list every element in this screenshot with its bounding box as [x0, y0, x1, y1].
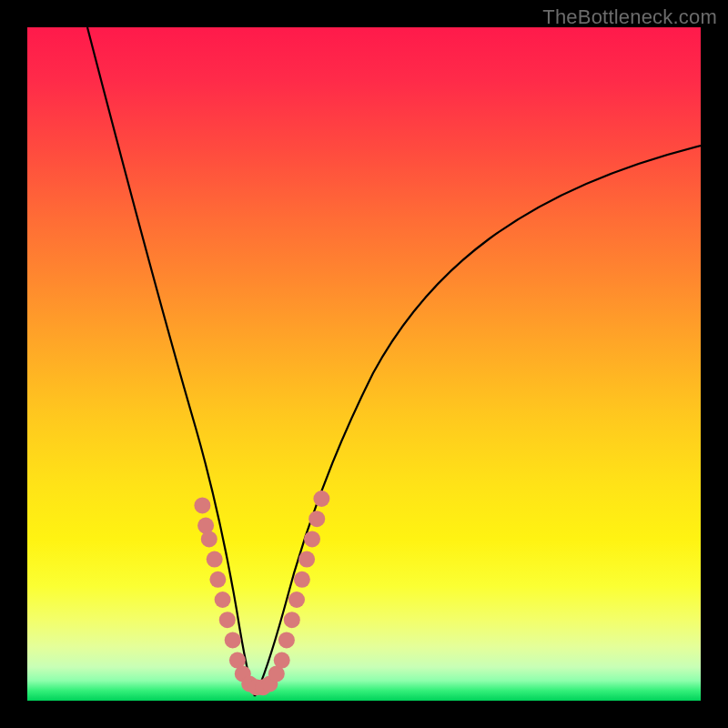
data-dot: [294, 571, 310, 588]
chart-svg: [27, 27, 701, 701]
data-dot: [219, 612, 236, 628]
data-dot: [308, 511, 325, 527]
data-dot: [201, 531, 217, 547]
data-dot: [313, 490, 329, 507]
data-dot: [274, 652, 290, 669]
data-dot: [209, 571, 226, 588]
data-dot: [278, 632, 295, 648]
chart-frame: TheBottleneck.com: [0, 0, 728, 728]
data-dot: [284, 612, 300, 628]
data-dot: [298, 551, 315, 568]
data-dot: [194, 497, 210, 513]
data-dot: [215, 592, 231, 608]
data-dot: [288, 592, 305, 608]
dots-group: [194, 490, 329, 695]
data-dot: [225, 632, 241, 648]
data-dot: [207, 551, 223, 568]
plot-area: [27, 27, 701, 701]
curve-right: [255, 146, 701, 696]
data-dot: [304, 531, 320, 547]
watermark-text: TheBottleneck.com: [542, 5, 717, 29]
